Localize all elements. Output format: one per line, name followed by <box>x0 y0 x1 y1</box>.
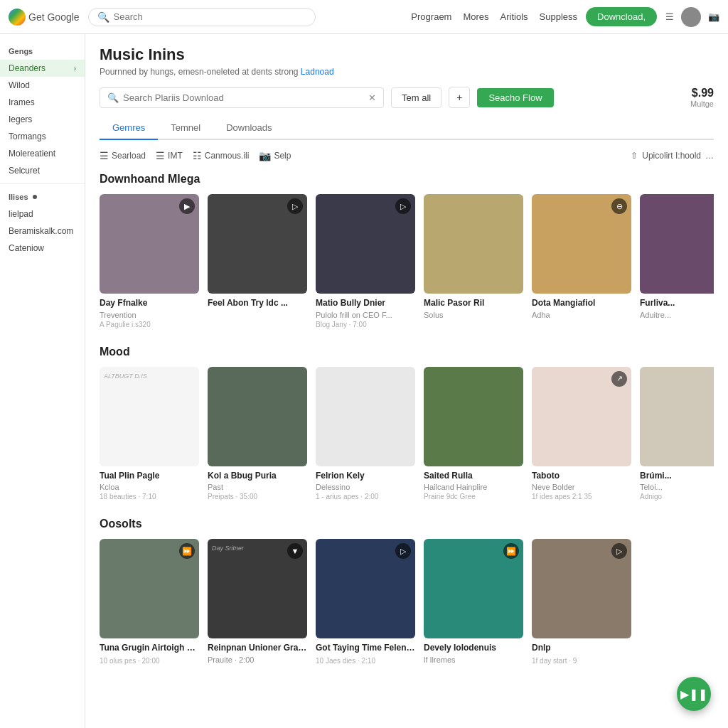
sidebar-dot <box>33 195 37 199</box>
card-badge-icon[interactable]: ▼ <box>287 543 303 559</box>
card-badge-icon[interactable]: ▷ <box>395 198 411 214</box>
card-badge-icon[interactable]: ▶ <box>179 198 195 214</box>
list-item[interactable]: Saited RullaHailcand HainplirePrairie 9d… <box>424 367 523 501</box>
main-layout: Gengs Deanders › Wilod Irames Iegers Tor… <box>0 34 728 728</box>
card-badge-icon[interactable]: ▷ <box>611 543 627 559</box>
tem-all-button[interactable]: Tem all <box>391 87 441 108</box>
card-sub: Teloi... <box>640 483 714 491</box>
section-downhoand: Downhoand Mlega ▶Day FfnalkeTreventionA … <box>100 173 714 328</box>
card-badge-icon[interactable]: ⏩ <box>179 543 195 559</box>
card-title: Kol a Bbug Puria <box>208 471 307 482</box>
card-meta: Prairie 9dc Gree <box>424 493 523 500</box>
list-item[interactable]: Felrion KelyDelessino1 - arius apes · 2:… <box>316 367 415 501</box>
action-canmous[interactable]: ☷ Canmous.ili <box>193 150 250 161</box>
nav-icons: ☰ 📷 <box>665 7 719 27</box>
card-title: Reinpnan Unioner Granide Imng <box>208 643 307 654</box>
list-item[interactable]: Day Sritner▼Reinpnan Unioner Granide Imn… <box>208 539 307 665</box>
list-item[interactable]: ⏩Tuna Grugin Airtoigh Calis10 olus pes ·… <box>100 539 199 665</box>
card-meta: Adnigo <box>640 493 714 500</box>
action-row: ☰ Searload ☰ IMT ☷ Canmous.ili 📷 Selp ⇧ … <box>100 150 714 161</box>
card-sub: Hailcand Hainplire <box>424 483 523 491</box>
sidebar-item-selcuret[interactable]: Selcuret <box>0 162 85 179</box>
nav-links: Prograem Mores Aritiols Suppless <box>411 11 577 22</box>
sidebar-section2-title: llises <box>0 188 85 205</box>
list-item[interactable]: ⏩Devely Iolodenuislf Ilremes <box>424 539 523 665</box>
card-sub: Kcloa <box>100 483 199 491</box>
tab-downloads[interactable]: Downloads <box>213 117 284 140</box>
card-badge-icon[interactable]: ↗ <box>611 371 627 387</box>
card-meta: 1f ides apes 2:1 35 <box>532 493 631 500</box>
card-sub: Aduitre... <box>640 311 714 319</box>
nav-link-aritiols[interactable]: Aritiols <box>500 11 528 22</box>
list-item[interactable]: ▷Matio Bully DnierPulolo frill on CEO F.… <box>316 194 415 328</box>
grid-icon: ☷ <box>193 150 202 161</box>
card-meta: 18 beauties · 7:10 <box>100 493 199 500</box>
plus-button[interactable]: + <box>449 87 470 108</box>
download-button[interactable]: Downcload, <box>586 7 657 26</box>
card-title: Day Ffnalke <box>100 298 199 309</box>
sidebar-item-deanders[interactable]: Deanders › <box>0 60 85 77</box>
nav-link-mores[interactable]: Mores <box>463 11 488 22</box>
sidebar-item-irames[interactable]: Irames <box>0 94 85 111</box>
fab-play-button[interactable]: ▶❚❚ <box>677 677 711 711</box>
list-icon: ☰ <box>156 150 165 161</box>
list-item[interactable]: ▷Got Taying Time Felenation10 Jaes dies … <box>316 539 415 665</box>
action-searload[interactable]: ☰ Searload <box>100 150 146 161</box>
card-sub: Trevention <box>100 311 199 319</box>
top-nav: Get Google 🔍 Prograem Mores Aritiols Sup… <box>0 0 728 34</box>
card-badge-icon[interactable]: ⏩ <box>503 543 519 559</box>
list-item[interactable]: Malic Pasor RilSolus <box>424 194 523 328</box>
card-sub: lf Ilremes <box>424 655 523 664</box>
list-item[interactable]: Brúmi...Teloi...Adnigo <box>640 367 714 501</box>
card-sub: Neve Bolder <box>532 483 631 491</box>
nav-link-suppless[interactable]: Suppless <box>540 11 577 22</box>
list-item[interactable]: ▷Feel Abon Try ldc ... <box>208 194 307 328</box>
sidebar-item-cateniow[interactable]: Cateniow <box>0 240 85 257</box>
action-selp[interactable]: 📷 Selp <box>259 150 291 161</box>
list-item[interactable]: Furliva...Aduitre... <box>640 194 714 328</box>
price-sub: Multge <box>690 100 714 108</box>
more-icon[interactable]: … <box>705 151 714 161</box>
list-item[interactable]: ↗TabotoNeve Bolder1f ides apes 2:1 35 <box>532 367 631 501</box>
filter-search-clear-icon[interactable]: ✕ <box>368 92 376 103</box>
card-sub: Prauite · 2:00 <box>208 655 307 664</box>
card-badge-icon[interactable]: ▷ <box>395 543 411 559</box>
search-bar[interactable]: 🔍 <box>88 8 316 26</box>
sidebar-item-wilod[interactable]: Wilod <box>0 77 85 94</box>
action-imt[interactable]: ☰ IMT <box>156 150 183 161</box>
filter-search-bar[interactable]: 🔍 ✕ <box>100 87 384 108</box>
section3-title: Oosolts <box>100 518 714 530</box>
card-title: Tuna Grugin Airtoigh Calis <box>100 643 199 654</box>
list-item[interactable]: Kol a Bbug PuriaPastPreipats · 35:00 <box>208 367 307 501</box>
filter-search-input[interactable] <box>123 92 364 103</box>
card-title: Taboto <box>532 471 631 482</box>
tab-temnel[interactable]: Temnel <box>158 117 213 140</box>
chevron-icon: › <box>74 65 76 73</box>
logo-text: Get Google <box>28 11 80 23</box>
card-badge-icon[interactable]: ▷ <box>287 198 303 214</box>
sidebar-item-lielpad[interactable]: lielpad <box>0 205 85 223</box>
list-item[interactable]: ALTBUGT D.ISTual Plin PagleKcloa18 beaut… <box>100 367 199 501</box>
nav-link-prograem[interactable]: Prograem <box>411 11 451 22</box>
card-meta: A Pagulie i.s320 <box>100 321 199 328</box>
menu-icon[interactable]: ☰ <box>665 11 674 22</box>
card-title: Dota Mangiafiol <box>532 298 631 309</box>
list-item[interactable]: ⊖Dota MangiafiolAdha <box>532 194 631 328</box>
section1-cards-grid: ▶Day FfnalkeTreventionA Pagulie i.s320▷F… <box>100 194 714 328</box>
fab-icon: ▶❚❚ <box>680 687 707 701</box>
sidebar-item-beramiskalk[interactable]: Beramiskalk.com <box>0 223 85 240</box>
page-subtitle-link[interactable]: Ladnoad <box>301 67 334 77</box>
card-badge-icon[interactable]: ⊖ <box>611 198 627 214</box>
sidebar-item-iegers[interactable]: Iegers <box>0 111 85 128</box>
search-flow-button[interactable]: Seacho Flow <box>477 88 553 107</box>
notifications-icon[interactable]: 📷 <box>708 11 719 22</box>
card-title: Matio Bully Dnier <box>316 298 415 309</box>
list-item[interactable]: ▷Dnlp1f day start · 9 <box>532 539 631 665</box>
tab-gemres[interactable]: Gemres <box>100 117 158 140</box>
search-input[interactable] <box>114 11 306 22</box>
list-item[interactable]: ▶Day FfnalkeTreventionA Pagulie i.s320 <box>100 194 199 328</box>
avatar[interactable] <box>681 7 701 27</box>
section3-cards-grid: ⏩Tuna Grugin Airtoigh Calis10 olus pes ·… <box>100 539 714 665</box>
sidebar-item-molereatient[interactable]: Molereatient <box>0 145 85 162</box>
sidebar-item-tormangs[interactable]: Tormangs <box>0 128 85 145</box>
